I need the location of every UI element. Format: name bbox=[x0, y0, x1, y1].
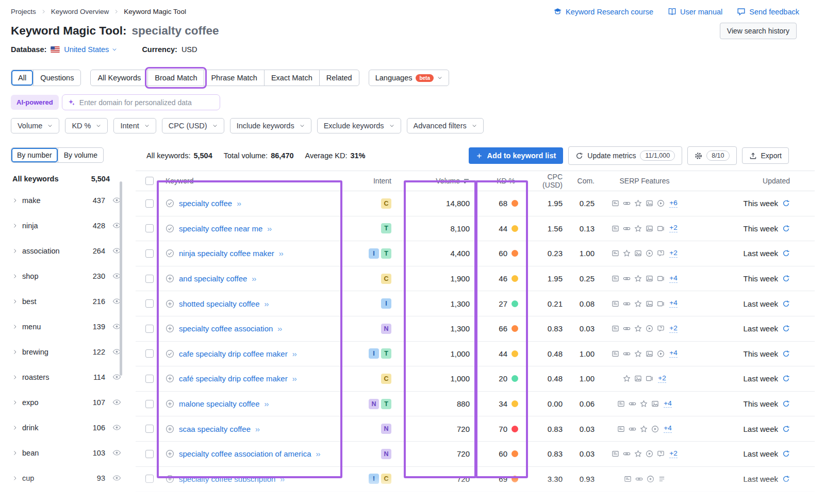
row-checkbox[interactable] bbox=[145, 475, 154, 483]
column-header-kd[interactable]: KD % bbox=[476, 177, 527, 185]
view-search-history-button[interactable]: View search history bbox=[720, 23, 797, 39]
row-checkbox[interactable] bbox=[145, 224, 154, 232]
select-all-checkbox[interactable] bbox=[145, 177, 154, 185]
breadcrumb-item-keyword-overview[interactable]: Keyword Overview bbox=[51, 8, 109, 15]
add-keyword-icon[interactable] bbox=[166, 425, 174, 433]
refresh-icon[interactable] bbox=[782, 275, 790, 282]
serp-more-link[interactable]: +2 bbox=[669, 450, 677, 458]
keyword-link[interactable]: malone specialty coffee bbox=[179, 399, 259, 408]
open-keyword-icon[interactable]: ›› bbox=[237, 199, 241, 208]
open-keyword-icon[interactable]: ›› bbox=[265, 299, 269, 308]
sidebar-group-item[interactable]: roasters 114 bbox=[11, 364, 123, 390]
row-checkbox[interactable] bbox=[145, 400, 154, 408]
keyword-link[interactable]: ninja specialty coffee maker bbox=[179, 249, 274, 258]
refresh-icon[interactable] bbox=[782, 425, 790, 433]
open-keyword-icon[interactable]: ›› bbox=[277, 324, 282, 333]
row-checkbox[interactable] bbox=[145, 425, 154, 433]
link-user-manual[interactable]: User manual bbox=[668, 7, 722, 16]
open-keyword-icon[interactable]: ›› bbox=[252, 274, 256, 283]
tab-exact-match[interactable]: Exact Match bbox=[264, 70, 319, 86]
keyword-link[interactable]: scaa specialty coffee bbox=[179, 425, 251, 433]
column-header-intent[interactable]: Intent bbox=[342, 177, 405, 185]
add-keyword-icon[interactable] bbox=[166, 274, 174, 283]
refresh-icon[interactable] bbox=[782, 325, 790, 332]
serp-more-link[interactable]: +2 bbox=[669, 249, 677, 258]
domain-input[interactable] bbox=[79, 98, 214, 107]
keyword-link[interactable]: specialty coffee association of america bbox=[179, 449, 311, 458]
keyword-link[interactable]: specialty coffee bbox=[179, 199, 232, 208]
tab-phrase-match[interactable]: Phrase Match bbox=[204, 70, 263, 86]
keyword-link[interactable]: café specialty drip coffee maker bbox=[179, 374, 288, 383]
tab-all-keywords[interactable]: All Keywords bbox=[91, 70, 147, 86]
breadcrumb-item-projects[interactable]: Projects bbox=[11, 8, 36, 15]
sidebar-group-item[interactable]: brewing 122 bbox=[11, 339, 123, 364]
sidebar-group-item[interactable]: make 437 bbox=[11, 188, 123, 213]
add-keyword-icon[interactable] bbox=[166, 449, 174, 458]
serp-more-link[interactable]: +4 bbox=[669, 299, 677, 308]
sort-descending-icon[interactable] bbox=[463, 178, 470, 184]
tab-all[interactable]: All bbox=[11, 70, 33, 86]
row-checkbox[interactable] bbox=[145, 299, 154, 308]
refresh-icon[interactable] bbox=[782, 350, 790, 358]
sidebar-group-item[interactable]: association 264 bbox=[11, 238, 123, 263]
link-send-feedback[interactable]: Send feedback bbox=[737, 7, 799, 16]
in-list-icon[interactable] bbox=[166, 249, 174, 258]
sidebar-scrollbar[interactable] bbox=[120, 181, 122, 376]
open-keyword-icon[interactable]: ›› bbox=[264, 399, 268, 408]
sidebar-group-item[interactable]: expo 107 bbox=[11, 390, 123, 415]
refresh-icon[interactable] bbox=[782, 249, 790, 257]
refresh-icon[interactable] bbox=[782, 225, 790, 232]
open-keyword-icon[interactable]: ›› bbox=[267, 224, 271, 233]
tab-broad-match[interactable]: Broad Match bbox=[147, 70, 204, 86]
eye-icon[interactable] bbox=[112, 448, 121, 457]
open-keyword-icon[interactable]: ›› bbox=[280, 475, 284, 483]
open-keyword-icon[interactable]: ›› bbox=[292, 349, 296, 358]
refresh-icon[interactable] bbox=[782, 300, 790, 308]
row-checkbox[interactable] bbox=[145, 199, 154, 208]
add-keyword-icon[interactable] bbox=[166, 374, 174, 383]
eye-icon[interactable] bbox=[112, 423, 121, 432]
tab-related[interactable]: Related bbox=[319, 70, 359, 86]
refresh-icon[interactable] bbox=[782, 450, 790, 458]
open-keyword-icon[interactable]: ›› bbox=[292, 374, 296, 383]
filter-volume[interactable]: Volume bbox=[11, 118, 59, 133]
open-keyword-icon[interactable]: ›› bbox=[316, 449, 320, 458]
eye-icon[interactable] bbox=[112, 474, 121, 482]
all-keywords-header[interactable]: All keywords 5,504 bbox=[11, 170, 123, 188]
sidebar-group-item[interactable]: bean 103 bbox=[11, 440, 123, 465]
add-keyword-icon[interactable] bbox=[166, 399, 174, 408]
row-checkbox[interactable] bbox=[145, 325, 154, 333]
in-list-icon[interactable] bbox=[166, 349, 174, 358]
open-keyword-icon[interactable]: ›› bbox=[255, 425, 259, 433]
add-keyword-icon[interactable] bbox=[166, 324, 174, 333]
column-header-cpc[interactable]: CPC (USD) bbox=[527, 173, 565, 189]
filter-cpc-usd[interactable]: CPC (USD) bbox=[162, 118, 224, 133]
serp-more-link[interactable]: +2 bbox=[669, 224, 677, 232]
sidebar-group-item[interactable]: drink 106 bbox=[11, 415, 123, 440]
open-keyword-icon[interactable]: ›› bbox=[279, 249, 283, 258]
in-list-icon[interactable] bbox=[166, 224, 174, 233]
row-checkbox[interactable] bbox=[145, 275, 154, 283]
keyword-link[interactable]: and specialty coffee bbox=[179, 274, 247, 283]
column-header-volume[interactable]: Volume bbox=[405, 177, 476, 185]
serp-more-link[interactable]: +2 bbox=[658, 375, 666, 383]
settings-button[interactable]: 8/10 bbox=[687, 146, 736, 165]
row-checkbox[interactable] bbox=[145, 450, 154, 458]
toggle-by-volume[interactable]: By volume bbox=[58, 148, 103, 162]
column-header-com[interactable]: Com. bbox=[565, 177, 597, 185]
filter-kd[interactable]: KD % bbox=[65, 118, 108, 133]
keyword-link[interactable]: specialty coffee near me bbox=[179, 224, 262, 233]
sidebar-group-item[interactable]: shop 230 bbox=[11, 263, 123, 289]
add-keyword-icon[interactable] bbox=[166, 475, 174, 483]
keyword-link[interactable]: specialty coffee subscription bbox=[179, 475, 275, 483]
export-button[interactable]: Export bbox=[742, 147, 789, 164]
refresh-icon[interactable] bbox=[782, 400, 790, 408]
serp-more-link[interactable]: +4 bbox=[669, 349, 677, 358]
link-keyword-research-course[interactable]: Keyword Research course bbox=[553, 7, 653, 16]
refresh-icon[interactable] bbox=[782, 199, 790, 207]
serp-more-link[interactable]: +4 bbox=[664, 425, 671, 433]
sidebar-group-item[interactable]: ninja 428 bbox=[11, 213, 123, 238]
database-select[interactable]: United States bbox=[64, 45, 117, 54]
toggle-by-number[interactable]: By number bbox=[11, 148, 58, 162]
serp-more-link[interactable]: +4 bbox=[664, 400, 671, 408]
